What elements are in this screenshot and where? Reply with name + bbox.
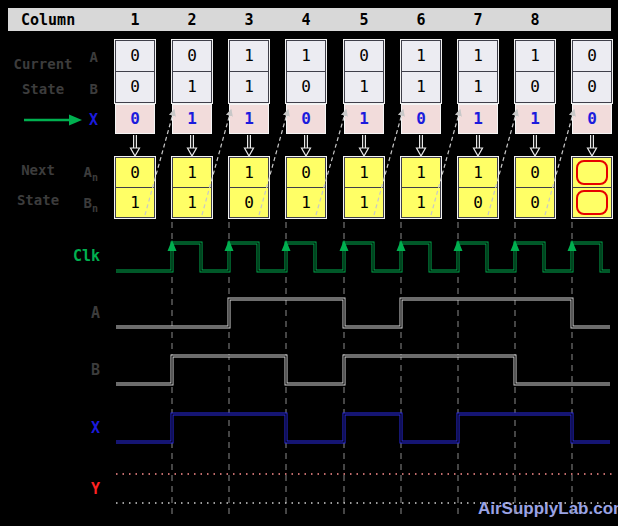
cell-next-b-col3: 0 bbox=[229, 187, 269, 218]
cell-current-a-col4: 1 bbox=[286, 40, 326, 72]
waveform-a-core bbox=[116, 299, 610, 327]
cell-current-a-col9: 0 bbox=[572, 40, 612, 72]
cell-current-a-col3: 1 bbox=[229, 40, 269, 72]
x-to-next-arrowhead bbox=[360, 148, 369, 156]
current-state-label-line1: Current bbox=[8, 56, 78, 72]
row-label-an-sub: n bbox=[92, 172, 98, 183]
current-state-stack-col7: 1 1 bbox=[458, 40, 498, 103]
current-state-stack-col2: 0 1 bbox=[172, 40, 212, 103]
cell-next-a-col9 bbox=[572, 157, 612, 188]
cell-next-a-col3: 1 bbox=[229, 157, 269, 188]
column-number-3: 3 bbox=[229, 11, 269, 29]
column-header-label: Column bbox=[21, 11, 75, 29]
column-number-1: 1 bbox=[115, 11, 155, 29]
x-to-next-arrowhead bbox=[417, 148, 426, 156]
cell-current-b-col9: 0 bbox=[572, 71, 612, 103]
x-to-next-arrowhead bbox=[474, 148, 483, 156]
current-state-label-line2: State bbox=[8, 81, 78, 97]
row-label-bn: Bn bbox=[72, 195, 98, 214]
cell-input-x-col4: 0 bbox=[286, 104, 326, 134]
waveform-label-y: Y bbox=[56, 480, 100, 498]
watermark: AirSupplyLab.com bbox=[478, 499, 612, 519]
cell-next-a-col5: 1 bbox=[344, 157, 384, 188]
cell-current-b-col4: 0 bbox=[286, 71, 326, 103]
timing-diagram-worksheet: Column 1 2 3 4 5 6 7 8 Current State A B… bbox=[0, 0, 618, 526]
column-number-2: 2 bbox=[172, 11, 212, 29]
next-state-stack-col6: 1 1 bbox=[401, 157, 441, 218]
clock-rising-edge-arrowhead bbox=[397, 240, 406, 251]
cell-next-a-col7: 1 bbox=[458, 157, 498, 188]
current-state-stack-col8: 1 0 bbox=[515, 40, 555, 103]
next-state-stack-col5: 1 1 bbox=[344, 157, 384, 218]
waveform-a bbox=[116, 299, 610, 327]
next-state-stack-col4: 0 1 bbox=[286, 157, 326, 218]
cell-current-b-col2: 1 bbox=[172, 71, 212, 103]
cell-next-b-col6: 1 bbox=[401, 187, 441, 218]
current-state-stack-col5: 0 1 bbox=[344, 40, 384, 103]
cell-next-b-col9 bbox=[572, 187, 612, 218]
x-to-next-arrowhead bbox=[131, 148, 140, 156]
column-number-8: 8 bbox=[515, 11, 555, 29]
waveform-label-b: B bbox=[56, 361, 100, 379]
cell-input-x-col7: 1 bbox=[458, 104, 498, 134]
answer-box-next-b[interactable] bbox=[576, 190, 608, 215]
waveform-label-x: X bbox=[56, 419, 100, 437]
cell-current-a-col8: 1 bbox=[515, 40, 555, 72]
next-state-stack-col1: 0 1 bbox=[115, 157, 155, 218]
clock-rising-edge-arrowhead bbox=[168, 240, 177, 251]
cell-next-a-col8: 0 bbox=[515, 157, 555, 188]
row-label-a: A bbox=[72, 49, 98, 65]
row-label-b: B bbox=[72, 81, 98, 97]
waveform-b bbox=[116, 356, 610, 384]
current-state-stack-col6: 1 1 bbox=[401, 40, 441, 103]
clock-rising-edge-arrowhead bbox=[282, 240, 291, 251]
cell-next-a-col6: 1 bbox=[401, 157, 441, 188]
cell-current-a-col6: 1 bbox=[401, 40, 441, 72]
row-label-x: X bbox=[72, 111, 98, 129]
current-state-stack-col9: 0 0 bbox=[572, 40, 612, 103]
cell-input-x-col1: 0 bbox=[115, 104, 155, 134]
cell-current-a-col2: 0 bbox=[172, 40, 212, 72]
waveform-label-clk: Clk bbox=[56, 247, 100, 265]
column-number-5: 5 bbox=[344, 11, 384, 29]
waveform-b-core bbox=[116, 356, 610, 384]
cell-next-b-col8: 0 bbox=[515, 187, 555, 218]
cell-next-b-col5: 1 bbox=[344, 187, 384, 218]
x-to-next-arrowhead bbox=[188, 148, 197, 156]
clock-rising-edge-arrowhead bbox=[454, 240, 463, 251]
cell-next-b-col1: 1 bbox=[115, 187, 155, 218]
current-state-stack-col4: 1 0 bbox=[286, 40, 326, 103]
cell-next-a-col2: 1 bbox=[172, 157, 212, 188]
cell-current-b-col3: 1 bbox=[229, 71, 269, 103]
cell-next-b-col4: 1 bbox=[286, 187, 326, 218]
cell-input-x-col2: 1 bbox=[172, 104, 212, 134]
cell-current-b-col8: 0 bbox=[515, 71, 555, 103]
cell-current-b-col6: 1 bbox=[401, 71, 441, 103]
waveform-label-a: A bbox=[56, 304, 100, 322]
next-state-stack-col2: 1 1 bbox=[172, 157, 212, 218]
cell-input-x-col9: 0 bbox=[572, 104, 612, 134]
waveform-clk-core bbox=[116, 243, 610, 271]
x-to-next-arrowhead bbox=[245, 148, 254, 156]
column-header-bar: Column 1 2 3 4 5 6 7 8 bbox=[8, 8, 611, 31]
cell-next-a-col4: 0 bbox=[286, 157, 326, 188]
cell-current-a-col5: 0 bbox=[344, 40, 384, 72]
answer-box-next-a[interactable] bbox=[576, 160, 608, 185]
next-state-label-line2: State bbox=[8, 192, 68, 208]
next-state-stack-col7: 1 0 bbox=[458, 157, 498, 218]
cell-current-b-col7: 1 bbox=[458, 71, 498, 103]
next-state-stack-col8: 0 0 bbox=[515, 157, 555, 218]
clock-rising-edge-arrowhead bbox=[340, 240, 349, 251]
next-state-stack-col3: 1 0 bbox=[229, 157, 269, 218]
cell-input-x-col6: 0 bbox=[401, 104, 441, 134]
column-number-7: 7 bbox=[458, 11, 498, 29]
cell-input-x-col8: 1 bbox=[515, 104, 555, 134]
clock-rising-edge-arrowhead bbox=[511, 240, 520, 251]
cell-next-a-col1: 0 bbox=[115, 157, 155, 188]
next-state-label-line1: Next bbox=[8, 162, 68, 178]
column-number-4: 4 bbox=[286, 11, 326, 29]
row-label-an: An bbox=[72, 164, 98, 183]
clock-rising-edge-arrowhead bbox=[225, 240, 234, 251]
cell-current-b-col5: 1 bbox=[344, 71, 384, 103]
cell-next-b-col2: 1 bbox=[172, 187, 212, 218]
